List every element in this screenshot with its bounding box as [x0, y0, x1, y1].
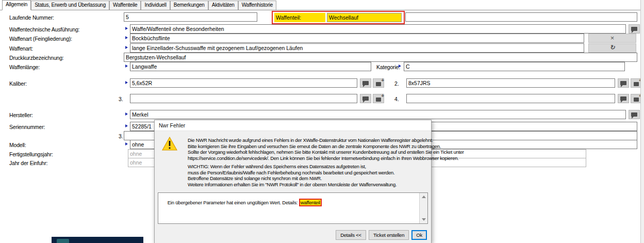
- kaliber1-add-button[interactable]: [373, 78, 384, 88]
- kaliber4-input[interactable]: [406, 94, 615, 103]
- kaliber1-comment-button[interactable]: [360, 78, 371, 88]
- dropdown-arrow-icon: [125, 142, 128, 145]
- clear-waffenart-button[interactable]: ×: [588, 34, 636, 43]
- tab-allgemein[interactable]: Allgemein: [2, 0, 31, 10]
- kaliber3-add-button[interactable]: [373, 94, 384, 103]
- kaliber3-comment-button[interactable]: [360, 94, 371, 103]
- druckkurzbezeichnung-label: Druckkurzbezeichnung:: [9, 55, 64, 61]
- refresh-icon: ↻: [609, 44, 615, 51]
- waffentechnische-ausfuehrung-label: Waffentechnische Ausführung:: [9, 26, 79, 33]
- waffenverwaltung-window: Allgemein Status, Erwerb und Überlassung…: [0, 0, 644, 243]
- waffentechnische-ausfuehrung-input[interactable]: [130, 24, 626, 34]
- seriennummer-label: Seriennummer:: [9, 124, 45, 130]
- error-details-textarea[interactable]: Ein übergebener Parameter hat einen ungü…: [158, 192, 428, 224]
- jahr-der-einfuhr-label: Jahr der Einfuhr:: [9, 160, 47, 166]
- waffenteil-label: Waffenteil:: [274, 13, 325, 22]
- add-icon: [634, 82, 639, 86]
- waffenart-feingliederung-input[interactable]: [130, 34, 584, 43]
- waffenteil-input[interactable]: [327, 13, 402, 22]
- kaliber4-comment-button[interactable]: [618, 94, 629, 103]
- laufende-nummer-label: Laufende Nummer:: [9, 14, 54, 21]
- waffenteil-extended-input[interactable]: [405, 12, 637, 22]
- tab-aktivitaeten[interactable]: Aktivitäten: [208, 1, 238, 10]
- kaliber2-comment-button[interactable]: [618, 78, 629, 88]
- comment-icon: [620, 96, 626, 101]
- nwr-error-dialog: Nwr Fehler Die NWR Nachricht wurde aufgr…: [154, 120, 432, 243]
- comment-icon: [362, 96, 369, 101]
- bottom-left-image-detail: [57, 239, 69, 243]
- dialog-message-secondary: WICHTIG: Wenn der Fehler während des Spe…: [188, 164, 397, 187]
- add-icon: [376, 82, 381, 86]
- seriennummer3-label: 3.: [119, 133, 123, 139]
- waffenart-input[interactable]: [130, 43, 584, 53]
- dialog-button-row: Details << Ticket erstellen Ok: [336, 230, 427, 240]
- waffenart-feingliederung-label: Waffenart (Feingliederung):: [9, 36, 72, 42]
- waffentechnische-ausfuehrung-comment-button[interactable]: [629, 24, 640, 34]
- waffenlaenge-label: Waffenlänge:: [9, 64, 40, 70]
- kategorie-label: Kategorie:: [376, 64, 400, 70]
- dropdown-arrow-icon: [125, 112, 128, 116]
- kaliber1-input[interactable]: [130, 78, 357, 88]
- tab-bar: Allgemein Status, Erwerb und Überlassung…: [0, 0, 640, 10]
- scroll-up-icon[interactable]: [422, 196, 426, 198]
- add-icon: [634, 98, 639, 102]
- dropdown-arrow-icon: [125, 36, 128, 39]
- kaliber-label: Kaliber:: [9, 80, 27, 87]
- details-button[interactable]: Details <<: [336, 230, 366, 240]
- comment-icon: [631, 112, 637, 117]
- waffenart-label: Waffenart:: [9, 45, 33, 52]
- comment-icon: [631, 27, 637, 31]
- waffenteil-annotation-box: Waffenteil:: [272, 11, 405, 24]
- hersteller-input[interactable]: [130, 110, 626, 119]
- scroll-down-icon[interactable]: [422, 218, 426, 221]
- kaliber4-label: 4.: [394, 96, 399, 102]
- right-panel-strip: [640, 0, 644, 243]
- dropdown-arrow-icon: [125, 64, 128, 68]
- add-icon: [376, 98, 381, 102]
- tab-individuell[interactable]: Individuell: [141, 1, 170, 10]
- ticket-erstellen-button[interactable]: Ticket erstellen: [369, 230, 409, 240]
- dialog-message-primary: Die NWR Nachricht wurde aufgrund eines F…: [188, 137, 464, 161]
- clear-icon: ×: [610, 34, 615, 42]
- kaliber2-label: 2.: [394, 80, 399, 87]
- kategorie-input[interactable]: [404, 62, 625, 71]
- ok-button[interactable]: Ok: [411, 230, 427, 240]
- comment-icon: [620, 81, 626, 85]
- tab-waffenhistorie[interactable]: Waffenhistorie: [238, 1, 277, 10]
- laufende-nummer-input[interactable]: [124, 12, 257, 22]
- druckkurzbezeichnung-input[interactable]: [124, 53, 637, 62]
- hersteller-label: Hersteller:: [9, 112, 33, 118]
- dropdown-arrow-icon: [125, 27, 128, 30]
- modell-label: Modell:: [9, 142, 26, 148]
- warning-icon: [162, 137, 177, 151]
- hersteller-comment-button[interactable]: [629, 110, 640, 119]
- error-details-highlight: waffenteil: [299, 199, 322, 206]
- scrollbar[interactable]: [419, 193, 427, 223]
- refresh-waffenart-button[interactable]: ↻: [588, 43, 636, 53]
- kaliber3-input[interactable]: [130, 94, 357, 103]
- comment-icon: [362, 81, 369, 85]
- waffenlaenge-input[interactable]: [130, 62, 371, 71]
- dropdown-arrow-icon: [399, 64, 401, 68]
- bottom-left-image: [52, 237, 143, 243]
- dropdown-arrow-icon: [125, 46, 128, 49]
- tab-bemerkungen[interactable]: Bemerkungen: [170, 1, 208, 10]
- tab-status-erwerb-ueberlassung[interactable]: Status, Erwerb und Überlassung: [31, 1, 109, 10]
- fertigstellungsjahr-label: Fertigstellungsjahr:: [9, 151, 53, 157]
- kaliber2-input[interactable]: [406, 78, 615, 88]
- kaliber3-label: 3.: [119, 96, 123, 102]
- dialog-title: Nwr Fehler: [155, 120, 431, 131]
- tab-waffenteile[interactable]: Waffenteile: [109, 1, 141, 10]
- dropdown-arrow-icon: [125, 124, 128, 127]
- dropdown-arrow-icon: [125, 81, 128, 84]
- error-details-text: Ein übergebener Parameter hat einen ungü…: [168, 200, 299, 205]
